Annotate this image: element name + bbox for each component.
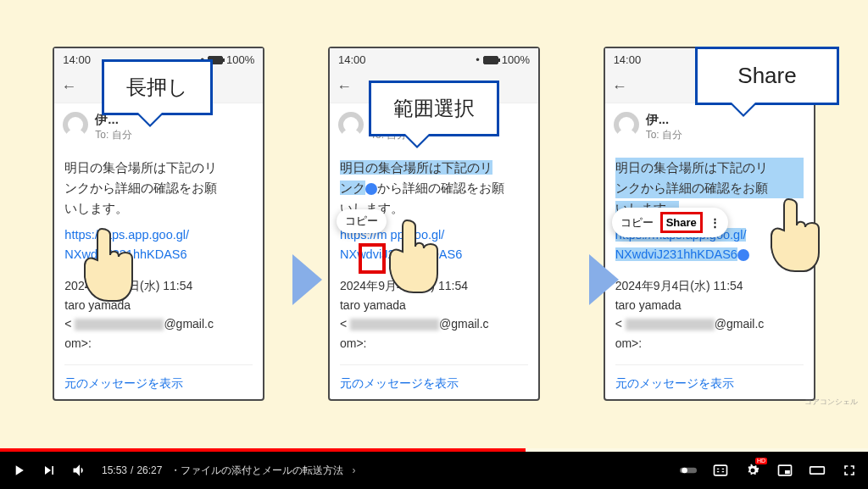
meta-name: taro yamada [615, 296, 804, 314]
email-meta: 2024年9月4日(水) 11:54 taro yamada < @gmail.… [615, 276, 804, 353]
selection-handle-icon [737, 249, 749, 261]
copy-option[interactable]: コピー [620, 215, 654, 231]
clock: 14:00 [614, 53, 642, 66]
meta-email: < @gmail.c [615, 314, 804, 333]
finger-icon [381, 216, 441, 300]
avatar [338, 112, 364, 137]
time-total: 26:27 [136, 464, 162, 476]
meta-date: 2024年9月4日(水) 11:54 [615, 276, 804, 295]
speech-bubble-3: Share [695, 47, 839, 105]
more-icon[interactable]: ⋮ [709, 216, 720, 229]
time-sep: / [131, 464, 133, 476]
channel-watermark: コアコンシェル [804, 397, 858, 408]
copy-option[interactable]: コピー [345, 214, 378, 229]
clock: 14:00 [63, 53, 91, 66]
avatar [63, 112, 88, 137]
sender-to: To: 自分 [646, 128, 682, 142]
video-controls: 15:53 / 26:27 ・ファイルの添付とメールの転送方法 › HD [0, 452, 868, 489]
svg-rect-5 [810, 467, 825, 474]
show-original-link[interactable]: 元のメッセージを表示 [64, 364, 253, 392]
context-menu[interactable]: コピー [337, 209, 387, 233]
back-arrow-icon[interactable]: ← [61, 78, 76, 96]
body-line: 明日の集合場所は下記のリ [64, 158, 253, 178]
selection-handle-icon [365, 183, 377, 195]
show-original-link[interactable]: 元のメッセージを表示 [340, 364, 528, 392]
status-icons: • 100% [476, 53, 530, 66]
email-sender: 伊... To: 自分 [605, 103, 814, 151]
fullscreen-button[interactable] [841, 462, 858, 479]
signal-dot: • [476, 53, 480, 66]
theater-button[interactable] [809, 462, 826, 479]
svg-point-1 [682, 468, 687, 474]
body-line: ンクから詳細の確認をお願 [64, 178, 253, 198]
meta-email: < @gmail.c [340, 314, 528, 333]
captions-button[interactable] [712, 462, 729, 479]
meta-email-2: om>: [615, 334, 804, 353]
controls-right: HD [680, 462, 858, 479]
back-arrow-icon[interactable]: ← [337, 78, 352, 96]
play-button[interactable] [10, 462, 27, 479]
body-line: 明日の集合場所は下記のリ [340, 158, 528, 178]
svg-rect-4 [785, 470, 790, 474]
arrow-icon [292, 254, 322, 305]
next-button[interactable] [41, 462, 58, 479]
back-arrow-icon[interactable]: ← [612, 78, 627, 96]
body-line: ンクから詳細の確認をお願 [340, 178, 528, 198]
arrow-icon [589, 254, 619, 305]
settings-button[interactable]: HD [744, 462, 761, 479]
battery-icon [483, 56, 498, 64]
share-option[interactable]: Share [660, 212, 703, 233]
speech-bubble-1: 長押し [102, 59, 213, 115]
body-line: いします。 [64, 198, 253, 219]
chevron-right-icon[interactable]: › [352, 464, 355, 476]
time-display: 15:53 / 26:27 ・ファイルの添付とメールの転送方法 › [102, 464, 355, 478]
volume-button[interactable] [71, 462, 88, 479]
svg-rect-2 [715, 465, 727, 475]
finger-icon [763, 195, 822, 279]
speech-bubble-2: 範囲選択 [369, 81, 499, 136]
video-canvas: 14:00 • 100% ← 伊... To: 自分 明日の集合場所は下記のリ [0, 0, 868, 452]
meta-email-2: om>: [340, 334, 528, 353]
context-menu[interactable]: コピー Share ⋮ [612, 208, 728, 237]
sender-to: To: 自分 [95, 128, 131, 142]
hd-badge: HD [755, 458, 767, 464]
chapter-title[interactable]: ・ファイルの添付とメールの転送方法 [170, 464, 343, 478]
battery-pct: 100% [502, 53, 530, 66]
autoplay-toggle[interactable] [680, 462, 697, 479]
meta-email: < @gmail.c [64, 314, 253, 333]
finger-icon [76, 225, 136, 308]
show-original-link[interactable]: 元のメッセージを表示 [615, 364, 804, 392]
time-current: 15:53 [102, 464, 127, 476]
battery-pct: 100% [226, 53, 254, 66]
clock: 14:00 [338, 53, 366, 66]
avatar [614, 112, 639, 137]
sender-name: 伊... [646, 112, 682, 128]
miniplayer-button[interactable] [776, 462, 793, 479]
status-bar: 14:00 • 100% [330, 48, 538, 71]
meta-email-2: om>: [64, 334, 253, 353]
body-line: 明日の集合場所は下記のリ [615, 158, 804, 178]
